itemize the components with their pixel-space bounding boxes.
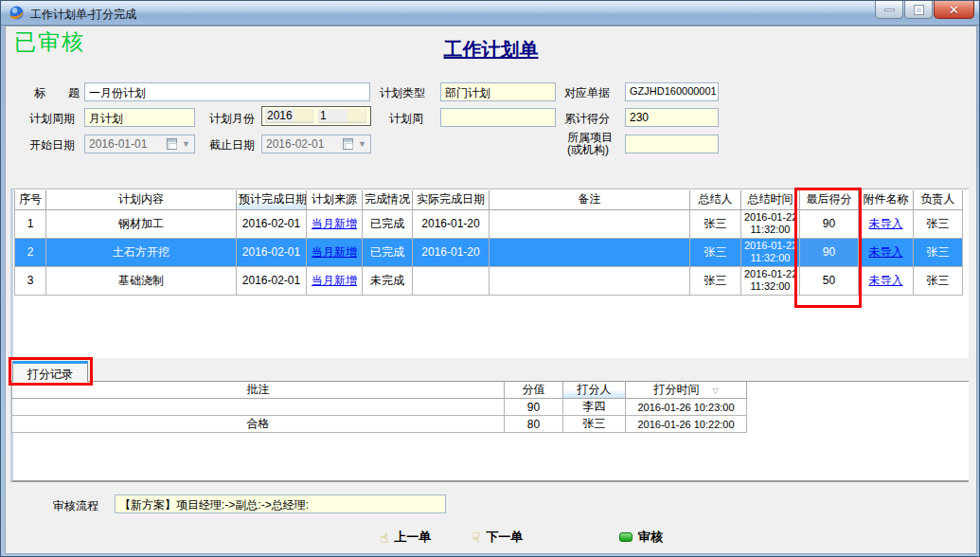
plan-month-spinner[interactable]: 2016 1: [261, 106, 371, 126]
plan-row[interactable]: 3 基础浇制 2016-02-01 当月新增 未完成 张三 2016-01-22…: [15, 266, 963, 295]
col-header-owner[interactable]: 负责人: [914, 190, 963, 209]
title-label: 标 题: [34, 85, 80, 101]
audit-button[interactable]: 审核: [619, 529, 663, 546]
col-header-score-time[interactable]: 打分时间▽: [626, 382, 747, 399]
cell-content: 基础浇制: [46, 266, 237, 295]
cell-status: 已完成: [363, 209, 413, 238]
window-title: 工作计划单-打分完成: [30, 7, 136, 23]
hand-down-icon: ☟: [472, 530, 480, 545]
attachment-link[interactable]: 未导入: [869, 217, 903, 230]
close-icon: ✕: [949, 4, 959, 16]
col-header-attachment[interactable]: 附件名称: [859, 190, 914, 209]
cell-summary-time: 2016-01-2211:32:00: [741, 266, 800, 295]
plan-table: 序号 计划内容 预计完成日期 计划来源 完成情况 实际完成日期 备注 总结人 总…: [14, 190, 963, 296]
plan-cycle-field: 月计划: [84, 108, 195, 127]
source-link[interactable]: 当月新增: [312, 245, 357, 259]
col-header-scorer[interactable]: 打分人: [563, 382, 626, 399]
tab-score-records[interactable]: 打分记录: [12, 361, 88, 382]
cell-comment: [12, 399, 505, 416]
col-header-source[interactable]: 计划来源: [307, 190, 363, 209]
summary-time: 11:32:00: [750, 224, 790, 235]
maximize-button[interactable]: [904, 1, 933, 19]
score-row[interactable]: 合格 80 张三 2016-01-26 10:22:00: [12, 416, 747, 433]
doc-no-input[interactable]: GZJHD160000001: [625, 82, 719, 101]
end-date-label: 截止日期: [209, 137, 255, 153]
title-bar[interactable]: 工作计划单-打分完成 ✕: [1, 1, 980, 26]
plan-week-label: 计划周: [389, 111, 423, 127]
start-date-value: 2016-01-01: [89, 137, 147, 151]
col-header-comment[interactable]: 批注: [12, 382, 505, 399]
project-label-line2: (或机构): [567, 142, 609, 158]
summary-date: 2016-01-22: [744, 268, 797, 279]
col-header-summarizer[interactable]: 总结人: [690, 190, 741, 209]
month-spinner[interactable]: 1: [318, 109, 366, 123]
summary-time: 11:32:00: [750, 252, 790, 263]
end-date-picker[interactable]: 2016-02-01 ▼: [261, 135, 371, 153]
end-date-value: 2016-02-01: [266, 137, 324, 151]
score-table: 批注 分值 打分人 打分时间▽ 90 李四 2016-01-26 10:23:0…: [11, 382, 747, 433]
col-header-content[interactable]: 计划内容: [46, 190, 237, 209]
prev-doc-label: 上一单: [394, 529, 431, 546]
cell-actual: 2016-01-20: [413, 238, 490, 266]
flow-label: 审核流程: [53, 498, 98, 514]
plan-week-field: [440, 108, 556, 127]
hand-up-icon: ☝: [380, 530, 388, 545]
start-date-picker[interactable]: 2016-01-01 ▼: [84, 135, 195, 153]
total-score-field: 230: [625, 108, 719, 127]
cell-actual: [413, 266, 490, 295]
next-doc-label: 下一单: [486, 529, 523, 546]
attachment-link[interactable]: 未导入: [869, 245, 903, 259]
attachment-link[interactable]: 未导入: [869, 274, 903, 287]
plan-row-selected[interactable]: 2 土石方开挖 2016-02-01 当月新增 已完成 2016-01-20 张…: [15, 238, 963, 266]
total-score-label: 累计得分: [564, 111, 610, 127]
chevron-down-icon[interactable]: ▼: [358, 139, 366, 149]
calendar-icon: [167, 138, 177, 150]
year-spinner[interactable]: 2016: [265, 109, 313, 123]
cell-summarizer: 张三: [690, 209, 741, 238]
col-header-final-score[interactable]: 最后得分: [800, 190, 859, 209]
col-header-expected[interactable]: 预计完成日期: [237, 190, 307, 209]
sort-indicator-icon[interactable]: ▽: [712, 386, 718, 395]
cell-no: 1: [15, 209, 46, 238]
col-header-no[interactable]: 序号: [15, 190, 46, 209]
col-header-actual[interactable]: 实际完成日期: [413, 190, 490, 209]
source-link[interactable]: 当月新增: [312, 217, 357, 230]
cell-final-score: 90: [800, 238, 859, 266]
close-button[interactable]: ✕: [934, 1, 974, 19]
cell-score-time: 2016-01-26 10:22:00: [626, 416, 747, 433]
window: 工作计划单-打分完成 ✕ 已审核 工作计划单 标 题 一月份计划 计划类型 部门…: [0, 0, 980, 557]
plan-type-field: 部门计划: [440, 82, 556, 101]
cell-expected: 2016-02-01: [237, 209, 307, 238]
window-controls: ✕: [874, 1, 974, 19]
title-input[interactable]: 一月份计划: [84, 82, 370, 101]
prev-doc-button[interactable]: ☝ 上一单: [380, 529, 431, 546]
audit-label: 审核: [638, 529, 663, 546]
col-header-summary-time[interactable]: 总结时间: [741, 190, 800, 209]
chevron-down-icon[interactable]: ▼: [182, 139, 190, 149]
next-doc-button[interactable]: ☟ 下一单: [472, 529, 523, 546]
cell-no: 2: [15, 238, 46, 266]
cell-remark: [490, 238, 690, 266]
cell-summarizer: 张三: [690, 266, 741, 295]
cell-final-score: 50: [800, 266, 859, 295]
audit-icon: [619, 532, 633, 542]
plan-row[interactable]: 1 钢材加工 2016-02-01 当月新增 已完成 2016-01-20 张三…: [15, 209, 963, 238]
col-header-score[interactable]: 分值: [505, 382, 563, 399]
cell-owner: 张三: [914, 238, 963, 266]
calendar-icon: [343, 138, 353, 150]
plan-month-label: 计划月份: [209, 111, 255, 127]
col-header-status[interactable]: 完成情况: [363, 190, 413, 209]
cell-remark: [490, 209, 690, 238]
audit-status-stamp: 已审核: [14, 27, 85, 57]
cell-status: 已完成: [363, 238, 413, 266]
minimize-button[interactable]: [875, 1, 903, 19]
col-header-remark[interactable]: 备注: [490, 190, 690, 209]
cell-no: 3: [15, 266, 46, 295]
cell-owner: 张三: [914, 266, 963, 295]
source-link[interactable]: 当月新增: [312, 274, 357, 287]
score-row[interactable]: 90 李四 2016-01-26 10:23:00: [12, 399, 747, 416]
cell-expected: 2016-02-01: [237, 266, 307, 295]
plan-type-label: 计划类型: [380, 85, 425, 101]
form-title: 工作计划单: [380, 37, 602, 63]
summary-date: 2016-01-22: [744, 240, 797, 251]
